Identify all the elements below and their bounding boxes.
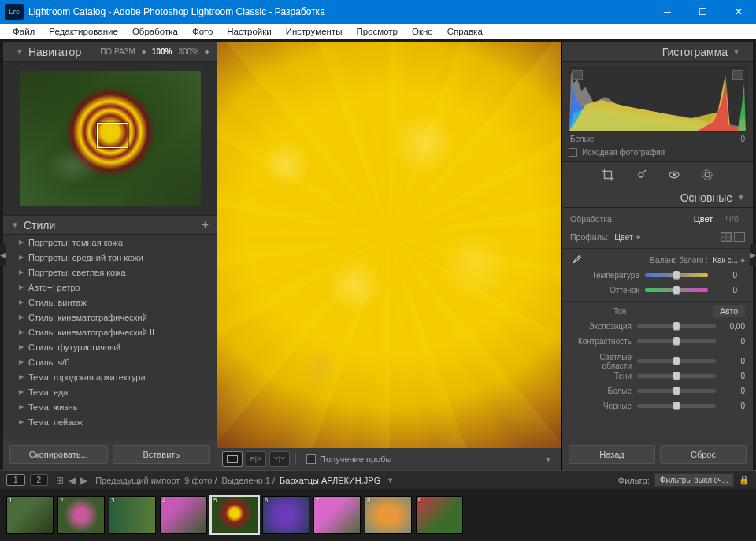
thumbnail[interactable]: 7 (313, 496, 361, 534)
filename-menu-icon[interactable]: ▼ (387, 476, 394, 484)
preset-item[interactable]: ▶Стиль: кинематографический (3, 309, 217, 324)
menu-edit[interactable]: Редактирование (43, 26, 124, 37)
shadow-clipping-indicator[interactable] (572, 70, 583, 80)
view-before-after-tb-button[interactable]: Y|Y (269, 451, 290, 467)
blacks-slider[interactable] (637, 404, 716, 408)
menu-develop[interactable]: Обработка (126, 26, 184, 37)
presets-header[interactable]: ▼ Стили + (3, 215, 217, 235)
navigator-zoom-rect[interactable] (97, 123, 128, 148)
nav-prev-icon[interactable]: ◀ (69, 475, 76, 486)
preset-item[interactable]: ▶Тема: городская архитектура (3, 369, 217, 384)
preset-item[interactable]: ▶Стиль: ч/б (3, 354, 217, 369)
tint-value[interactable]: 0 (713, 286, 737, 295)
thumbnail[interactable]: 2 (57, 496, 105, 534)
zoom-100[interactable]: 100% (152, 47, 172, 56)
nav-next-icon[interactable]: ▶ (80, 475, 87, 486)
minimize-button[interactable]: ─ (650, 0, 685, 24)
preset-item[interactable]: ▶Тема: жизнь (3, 399, 217, 414)
histogram-header[interactable]: Гистограмма ▼ (562, 42, 753, 62)
preset-item[interactable]: ▶Портреты: светлая кожа (3, 265, 217, 280)
menu-tools[interactable]: Инструменты (280, 26, 349, 37)
highlight-clipping-indicator[interactable] (732, 70, 743, 80)
preset-item[interactable]: ▶Портреты: средний тон кожи (3, 250, 217, 265)
temp-value[interactable]: 0 (713, 271, 737, 280)
preset-item[interactable]: ▶Стиль: винтаж (3, 295, 217, 309)
reset-button[interactable]: Сброс (660, 445, 747, 464)
previous-button[interactable]: Назад (569, 445, 655, 464)
soft-proof-checkbox[interactable] (306, 454, 316, 464)
crop-tool-icon[interactable] (600, 167, 616, 183)
auto-tone-button[interactable]: Авто (713, 305, 745, 317)
wb-eyedropper-icon[interactable] (570, 254, 583, 266)
thumbnail[interactable]: 1 (6, 496, 54, 534)
filter-select[interactable]: Фильтры выключ... (654, 473, 734, 487)
wb-preset-menu-icon[interactable]: ◆ (740, 257, 745, 264)
thumbnail-selected[interactable]: 5 (211, 496, 258, 534)
maximize-button[interactable]: ☐ (685, 0, 721, 24)
toolbar-menu-button[interactable]: ▼ (539, 455, 557, 464)
paste-settings-button[interactable]: Вставить (113, 445, 211, 464)
zoom-mode-menu-icon[interactable]: ◆ (142, 49, 146, 55)
exposure-slider[interactable] (637, 324, 716, 328)
view-before-after-lr-button[interactable]: B|A (246, 451, 266, 467)
highlights-value[interactable]: 0 (721, 357, 745, 365)
zoom-menu-icon[interactable]: ◆ (205, 49, 209, 55)
secondary-display-badge[interactable]: 2 (30, 474, 49, 486)
add-preset-icon[interactable]: + (202, 218, 209, 232)
menu-photo[interactable]: Фото (186, 26, 219, 37)
thumbnail[interactable]: 4 (160, 496, 207, 534)
primary-display-badge[interactable]: 1 (6, 474, 25, 486)
close-button[interactable]: ✕ (721, 0, 756, 24)
profile-grid-icon[interactable] (721, 232, 732, 242)
menu-file[interactable]: Файл (6, 26, 41, 37)
menu-view[interactable]: Просмотр (350, 26, 404, 37)
blacks-value[interactable]: 0 (721, 402, 745, 410)
contrast-slider[interactable] (637, 339, 716, 343)
treatment-color-button[interactable]: Цвет (687, 213, 720, 225)
right-panel-toggle[interactable]: ▶ (750, 244, 756, 266)
whites-slider[interactable] (637, 389, 716, 393)
redeye-tool-icon[interactable] (666, 167, 682, 183)
grid-view-icon[interactable]: ⊞ (56, 475, 64, 486)
thumbnail[interactable]: 6 (262, 496, 309, 534)
highlights-slider[interactable] (637, 359, 716, 363)
menu-settings[interactable]: Настройки (220, 26, 277, 37)
profile-single-icon[interactable] (734, 232, 745, 242)
whites-value[interactable]: 0 (721, 387, 745, 395)
menu-help[interactable]: Справка (441, 26, 489, 37)
spot-removal-tool-icon[interactable] (633, 167, 649, 183)
filter-lock-icon[interactable]: 🔒 (739, 475, 750, 485)
preset-item[interactable]: ▶Тема: еда (3, 384, 217, 399)
thumbnail[interactable]: 9 (416, 496, 463, 534)
copy-settings-button[interactable]: Скопировать... (9, 445, 108, 464)
navigator-preview[interactable] (3, 62, 217, 215)
contrast-value[interactable]: 0 (721, 337, 745, 346)
left-panel-toggle[interactable]: ◀ (0, 244, 6, 266)
preset-item[interactable]: ▶Стиль: кинематографический II (3, 324, 217, 339)
basic-panel-header[interactable]: Основные ▼ (562, 187, 753, 208)
histogram-graph[interactable] (569, 67, 747, 132)
preset-item[interactable]: ▶Авто+: ретро (3, 280, 217, 295)
zoom-300[interactable]: 300% (178, 47, 198, 56)
profile-select[interactable]: Цвет (614, 232, 633, 242)
preset-item[interactable]: ▶Портреты: темная кожа (3, 235, 217, 250)
masking-tool-icon[interactable] (699, 167, 715, 183)
main-image[interactable] (217, 42, 561, 448)
preset-item[interactable]: ▶Стиль: футуристичный (3, 339, 217, 354)
exposure-value[interactable]: 0,00 (721, 322, 745, 331)
shadows-value[interactable]: 0 (721, 372, 745, 380)
view-loupe-button[interactable] (222, 451, 243, 467)
profile-menu-icon[interactable]: ◆ (636, 234, 640, 240)
shadows-slider[interactable] (637, 374, 716, 378)
treatment-bw-button[interactable]: Ч/б (719, 213, 745, 225)
thumbnail[interactable]: 8 (365, 496, 412, 534)
thumbnail[interactable]: 3 (109, 496, 156, 534)
navigator-header[interactable]: ▼ Навигатор ПО РАЗМ ◆ 100% 300% ◆ (3, 42, 217, 62)
original-photo-checkbox[interactable] (569, 148, 577, 157)
tint-slider[interactable] (645, 288, 708, 292)
temp-slider[interactable] (645, 273, 708, 277)
menu-window[interactable]: Окно (406, 26, 439, 37)
zoom-mode-label[interactable]: ПО РАЗМ (100, 47, 135, 56)
preset-item[interactable]: ▶Тема: пейзаж (3, 414, 217, 429)
wb-preset-select[interactable]: Как с... (713, 256, 738, 265)
